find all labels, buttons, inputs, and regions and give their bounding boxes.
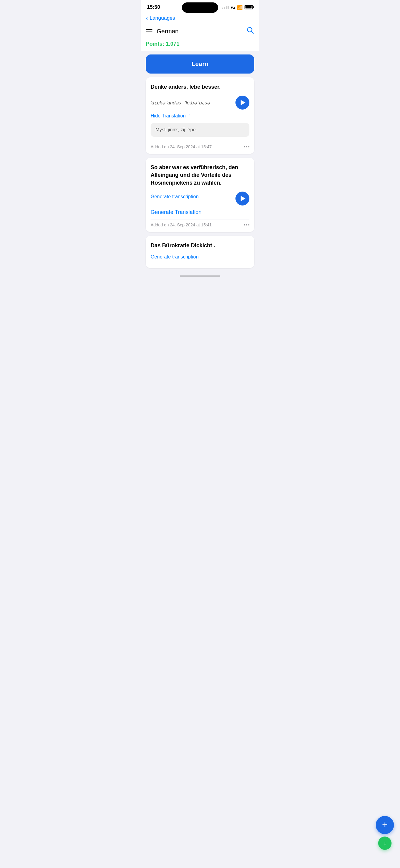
card-1-footer: Added on 24. Sep 2024 at 15:47: [151, 144, 249, 149]
hide-translation-label: Hide Translation: [151, 113, 186, 119]
status-time: 15:50: [147, 4, 160, 10]
card-2: So aber war es verführerisch, den Allein…: [146, 158, 254, 232]
signal-icon: [222, 6, 229, 9]
points-bar: Points: 1.071: [141, 38, 259, 51]
card-1-date: Added on 24. Sep 2024 at 15:47: [151, 144, 212, 149]
back-nav[interactable]: ‹ Languages: [141, 12, 259, 24]
card-2-phonetic-row: Generate transcription: [151, 192, 249, 206]
card-2-phrase: So aber war es verführerisch, den Allein…: [151, 164, 249, 187]
dot-6: [248, 224, 249, 225]
notch: [182, 2, 218, 13]
back-label: Languages: [150, 15, 175, 21]
card-2-generate-translation[interactable]: Generate Translation: [151, 209, 249, 216]
card-1-phonetic: 'dɛŋkə 'andəs | 'leːbə 'bɛsə: [151, 100, 210, 105]
hide-translation-button[interactable]: Hide Translation ⌃: [151, 113, 249, 119]
search-button[interactable]: [246, 26, 254, 36]
card-1-phrase: Denke anders, lebe besser.: [151, 83, 249, 91]
points-label: Points: 1.071: [146, 41, 179, 47]
hamburger-line-2: [146, 31, 152, 31]
card-2-footer: Added on 24. Sep 2024 at 15:41: [151, 222, 249, 227]
status-bar: 15:50 ▾▴ 📶: [141, 0, 259, 12]
header: German: [141, 24, 259, 38]
svg-line-1: [252, 31, 254, 34]
menu-button[interactable]: [146, 29, 152, 33]
card-2-date: Added on 24. Sep 2024 at 15:41: [151, 222, 212, 227]
home-indicator: [180, 275, 220, 277]
back-chevron-icon: ‹: [146, 14, 148, 22]
card-2-play-button[interactable]: [235, 192, 249, 206]
dot-1: [244, 146, 245, 147]
play-icon-2: [240, 196, 246, 201]
battery-icon: [245, 5, 253, 9]
chevron-up-icon: ⌃: [188, 114, 192, 118]
dot-5: [246, 224, 247, 225]
learn-button[interactable]: Learn: [146, 55, 254, 73]
card-3-phrase: Das Bürokratie Dickicht .: [151, 242, 249, 249]
play-icon: [240, 100, 246, 105]
card-2-generate-transcription[interactable]: Generate transcription: [151, 194, 199, 199]
card-3-generate-transcription[interactable]: Generate transcription: [151, 254, 199, 260]
points-value: 1.071: [166, 41, 179, 47]
dot-3: [248, 146, 249, 147]
status-icons: ▾▴ 📶: [222, 4, 253, 10]
dot-4: [244, 224, 245, 225]
dot-2: [246, 146, 247, 147]
main-content: Learn Denke anders, lebe besser. 'dɛŋkə …: [141, 51, 259, 272]
card-1-translation: Mysli jinak, žij lépe.: [155, 127, 197, 132]
wifi-icon: ▾▴ 📶: [231, 4, 243, 10]
card-1-phonetic-row: 'dɛŋkə 'andəs | 'leːbə 'bɛsə: [151, 96, 249, 110]
card-1-more-button[interactable]: [244, 146, 249, 147]
card-1-play-button[interactable]: [235, 96, 249, 110]
header-title: German: [157, 28, 178, 35]
card-2-more-button[interactable]: [244, 224, 249, 225]
card-2-divider: [151, 219, 249, 219]
card-1-translation-box: Mysli jinak, žij lépe.: [151, 123, 249, 137]
hamburger-line-3: [146, 33, 152, 33]
header-left: German: [146, 28, 178, 35]
hamburger-line-1: [146, 29, 152, 30]
card-1: Denke anders, lebe besser. 'dɛŋkə 'andəs…: [146, 77, 254, 154]
card-3: Das Bürokratie Dickicht . Generate trans…: [146, 236, 254, 268]
